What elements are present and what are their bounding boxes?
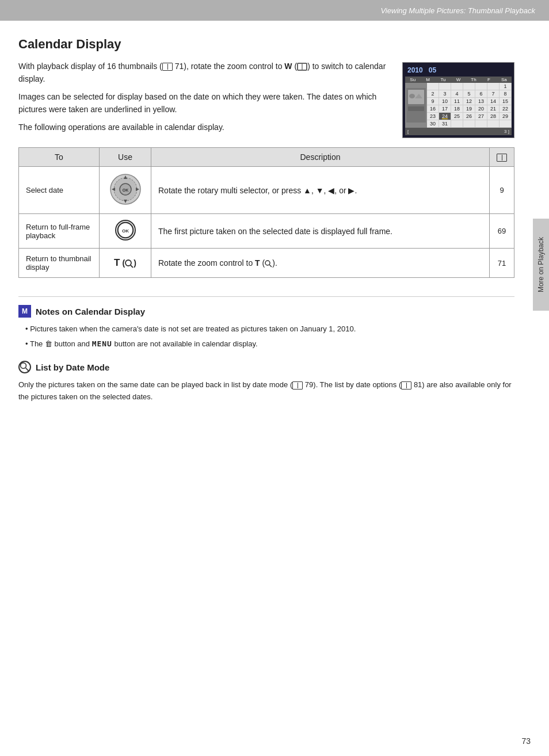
- svg-point-4: [409, 94, 415, 98]
- ref-select-date: 9: [490, 167, 514, 214]
- calendar-image: 2010 05 Su M Tu W Th F Sa: [402, 62, 514, 138]
- cal-grid: Su M Tu W Th F Sa: [405, 77, 512, 135]
- rotary-selector-icon: OK: [109, 173, 142, 206]
- day-sa: Sa: [497, 77, 512, 82]
- notes-icon: M: [18, 305, 31, 318]
- svg-line-22: [26, 368, 29, 372]
- list-date-icon: [18, 361, 31, 373]
- notes-item-1: Pictures taken when the camera's date is…: [25, 323, 514, 335]
- list-date-title-row: List by Date Mode: [18, 361, 514, 373]
- cal-row-2: 2345678: [427, 90, 512, 98]
- day-tu: Tu: [436, 77, 451, 82]
- cal-footer-count: 3 ]: [504, 129, 509, 134]
- page-title: Calendar Display: [18, 37, 514, 52]
- day-th: Th: [466, 77, 481, 82]
- notes-title: Notes on Calendar Display: [36, 307, 145, 316]
- cal-thumbnail: [405, 83, 427, 128]
- col-use: Use: [100, 148, 151, 167]
- use-ok-button: OK: [100, 214, 151, 249]
- use-rotary-selector: OK: [100, 167, 151, 214]
- cal-row-3: 9101112131415: [427, 98, 512, 105]
- day-f: F: [481, 77, 496, 82]
- header-title: Viewing Multiple Pictures: Thumbnail Pla…: [380, 6, 535, 15]
- svg-line-20: [269, 265, 272, 267]
- t-zoom-icon: T (): [114, 258, 136, 268]
- cal-row-4: 16171819202122: [427, 105, 512, 113]
- col-ref: [490, 148, 514, 167]
- svg-text:OK: OK: [122, 228, 129, 234]
- list-date-section: List by Date Mode Only the pictures take…: [18, 361, 514, 403]
- desc-select-date: Rotate the rotary multi selector, or pre…: [151, 167, 490, 214]
- side-tab: More on Playback: [533, 219, 549, 311]
- cal-row-5: 23242526272829: [427, 113, 512, 120]
- to-thumbnail-display: Return to thumbnail display: [19, 249, 100, 278]
- day-su: Su: [405, 77, 420, 82]
- notes-list: Pictures taken when the camera's date is…: [18, 323, 514, 349]
- book-ref-icon: [162, 63, 173, 71]
- trash-icon: 🗑: [45, 338, 52, 350]
- book-ref-header-icon: [497, 154, 507, 162]
- page-number: 73: [521, 736, 531, 746]
- cal-body: 1 2345678 9101112131415 16171819202122 2: [405, 83, 512, 128]
- notes-section: M Notes on Calendar Display Pictures tak…: [18, 296, 514, 349]
- cal-row-1: 1: [427, 83, 512, 90]
- to-full-frame: Return to full-frame playback: [19, 214, 100, 249]
- svg-point-19: [265, 261, 270, 265]
- list-date-title: List by Date Mode: [36, 362, 109, 372]
- svg-point-17: [125, 260, 131, 266]
- ref-full-frame: 69: [490, 214, 514, 249]
- book-ref-icon-3: [292, 381, 303, 390]
- intro-section: With playback display of 16 thumbnails (…: [18, 60, 514, 138]
- intro-para-2: Images can be selected for display based…: [18, 90, 391, 116]
- cal-month: 05: [429, 66, 436, 74]
- desc-full-frame: The first picture taken on the selected …: [151, 214, 490, 249]
- ref-thumbnail-display: 71: [490, 249, 514, 278]
- svg-text:OK: OK: [122, 188, 128, 192]
- svg-line-18: [131, 265, 133, 268]
- header-bar: Viewing Multiple Pictures: Thumbnail Pla…: [0, 0, 549, 21]
- desc-thumbnail-display: Rotate the zoom control to T ().: [151, 249, 490, 278]
- side-tab-label: More on Playback: [537, 237, 545, 292]
- table-row: Select date OK: [19, 167, 514, 214]
- cal-footer: [ 3 ]: [405, 128, 512, 135]
- book-ref-icon-4: [401, 381, 411, 390]
- use-t-zoom: T (): [100, 249, 151, 278]
- col-description: Description: [151, 148, 490, 167]
- day-m: M: [420, 77, 435, 82]
- table-row: Return to full-frame playback OK The fir…: [19, 214, 514, 249]
- operations-table: To Use Description Select date: [18, 147, 514, 278]
- intro-text: With playback display of 16 thumbnails (…: [18, 60, 391, 138]
- table-row: Return to thumbnail display T () Rotate …: [19, 249, 514, 278]
- notes-icon-label: M: [22, 307, 28, 315]
- cal-dates: 1 2345678 9101112131415 16171819202122 2: [427, 83, 512, 128]
- cal-row-6: 3031: [427, 120, 512, 128]
- intro-para-3: The following operations are available i…: [18, 121, 391, 133]
- day-w: W: [451, 77, 466, 82]
- notes-item-2: The 🗑 button and MENU button are not ava…: [25, 338, 514, 350]
- to-select-date: Select date: [19, 167, 100, 214]
- intro-para-1: With playback display of 16 thumbnails (…: [18, 60, 391, 86]
- table-header-row: To Use Description: [19, 148, 514, 167]
- cal-footer-left: [: [407, 129, 409, 134]
- col-to: To: [19, 148, 100, 167]
- notes-title-row: M Notes on Calendar Display: [18, 305, 514, 318]
- cal-year: 2010: [407, 66, 423, 74]
- menu-text: MENU: [92, 339, 112, 348]
- main-content: Calendar Display With playback display o…: [0, 21, 549, 419]
- list-date-text: Only the pictures taken on the same date…: [18, 379, 514, 403]
- svg-point-21: [21, 363, 26, 369]
- svg-rect-6: [408, 106, 424, 111]
- cal-days-header: Su M Tu W Th F Sa: [405, 77, 512, 83]
- cal-header: 2010 05: [405, 65, 512, 75]
- ok-button-icon: OK: [115, 220, 136, 240]
